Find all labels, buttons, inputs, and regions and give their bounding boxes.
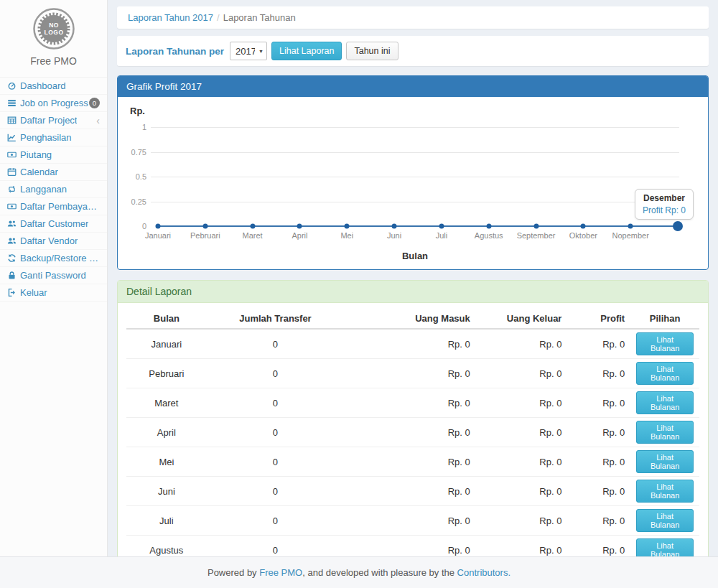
table-row: Juli0Rp. 0Rp. 0Rp. 0Lihat Bulanan bbox=[126, 506, 699, 536]
cell-pilihan: Lihat Bulanan bbox=[630, 418, 699, 447]
cell-pilihan: Lihat Bulanan bbox=[630, 388, 699, 418]
data-point-nopember bbox=[628, 224, 633, 229]
column-header-jumlah-transfer: Jumlah Transfer bbox=[207, 309, 345, 329]
footer: Powered by Free PMO, and developed with … bbox=[0, 556, 718, 588]
sidebar-item-label: Ganti Password bbox=[20, 269, 86, 281]
sidebar-item-daftar-project[interactable]: Daftar Project‹ bbox=[0, 112, 107, 129]
sidebar-item-ganti-password[interactable]: Ganti Password bbox=[0, 267, 107, 284]
column-header-bulan: Bulan bbox=[126, 309, 207, 329]
chart-panel-title: Grafik Profit 2017 bbox=[118, 76, 708, 97]
breadcrumb-link[interactable]: Laporan Tahun 2017 bbox=[128, 12, 213, 23]
data-point-pebruari bbox=[202, 224, 208, 229]
y-tick-label: 1 bbox=[142, 123, 146, 131]
tooltip-month: Desember bbox=[643, 193, 686, 203]
lihat-bulanan-button[interactable]: Lihat Bulanan bbox=[636, 450, 694, 473]
lihat-bulanan-button[interactable]: Lihat Bulanan bbox=[636, 362, 694, 385]
sidebar-item-job-on-progress[interactable]: Job on Progress0 bbox=[0, 95, 107, 112]
x-tick-label: Juni bbox=[387, 231, 401, 240]
lihat-bulanan-button[interactable]: Lihat Bulanan bbox=[636, 480, 694, 503]
sidebar-item-keluar[interactable]: Keluar bbox=[0, 284, 107, 302]
cell-pilihan: Lihat Bulanan bbox=[630, 329, 699, 359]
logo-text-line2: LOGO bbox=[44, 29, 63, 36]
table-row: Pebruari0Rp. 0Rp. 0Rp. 0Lihat Bulanan bbox=[126, 359, 699, 388]
cell-uang-keluar: Rp. 0 bbox=[476, 359, 568, 388]
data-point-september bbox=[533, 224, 538, 229]
sidebar-item-backup-restore-db[interactable]: Backup/Restore DB bbox=[0, 250, 107, 267]
sidebar-item-label: Daftar Vendor bbox=[20, 235, 78, 247]
detail-panel-title: Detail Laporan bbox=[118, 281, 708, 303]
data-point-maret bbox=[250, 224, 255, 229]
cell-uang-keluar: Rp. 0 bbox=[476, 506, 568, 536]
data-point-juni bbox=[392, 224, 397, 229]
cell-jumlah-transfer: 0 bbox=[207, 329, 345, 359]
table-row: April0Rp. 0Rp. 0Rp. 0Lihat Bulanan bbox=[126, 418, 699, 447]
footer-prefix: Powered by bbox=[208, 567, 257, 578]
lihat-laporan-button[interactable]: Lihat Laporan bbox=[271, 42, 342, 60]
profit-chart: Rp. 00.250.50.751JanuariPebruariMaretApr… bbox=[118, 97, 708, 269]
lihat-bulanan-button[interactable]: Lihat Bulanan bbox=[636, 332, 694, 355]
year-select[interactable]: 2017 bbox=[230, 42, 267, 60]
filter-label: Laporan Tahunan per bbox=[126, 46, 224, 57]
chart-tooltip: Desember Profit Rp: 0 bbox=[635, 189, 694, 220]
sidebar-item-calendar[interactable]: Calendar bbox=[0, 164, 107, 181]
cell-bulan: Mei bbox=[126, 447, 207, 477]
chevron-left-icon: ‹ bbox=[96, 116, 100, 126]
x-tick-label: Oktober bbox=[569, 231, 597, 240]
sidebar-item-label: Daftar Project bbox=[20, 114, 77, 126]
cell-pilihan: Lihat Bulanan bbox=[630, 447, 699, 477]
breadcrumb-separator: / bbox=[213, 12, 223, 23]
brand-name: Free PMO bbox=[0, 55, 107, 67]
free-pmo-link[interactable]: Free PMO bbox=[259, 567, 302, 578]
no-logo-badge: NO LOGO bbox=[32, 7, 75, 50]
footer-text: Powered by Free PMO, and developed with … bbox=[208, 567, 510, 578]
cell-bulan: Pebruari bbox=[126, 359, 207, 388]
chart-plot: 00.250.50.751JanuariPebruariMaretAprilMe… bbox=[151, 127, 679, 226]
cell-jumlah-transfer: 0 bbox=[207, 418, 345, 447]
cell-uang-masuk: Rp. 0 bbox=[344, 447, 476, 477]
sidebar-item-dashboard[interactable]: Dashboard bbox=[0, 78, 107, 95]
x-tick-label: September bbox=[517, 231, 556, 240]
column-header-pilihan: Pilihan bbox=[630, 309, 699, 329]
table-row: Mei0Rp. 0Rp. 0Rp. 0Lihat Bulanan bbox=[126, 447, 699, 477]
cell-pilihan: Lihat Bulanan bbox=[630, 477, 699, 506]
cell-profit: Rp. 0 bbox=[567, 447, 630, 477]
contributors-link[interactable]: Contributors. bbox=[457, 567, 510, 578]
sidebar-item-daftar-pembayaran[interactable]: Daftar Pembayaran bbox=[0, 198, 107, 215]
x-tick-label: April bbox=[292, 231, 307, 240]
cell-uang-masuk: Rp. 0 bbox=[344, 477, 476, 506]
refresh-icon bbox=[7, 253, 20, 263]
y-tick-label: 0.25 bbox=[131, 197, 146, 206]
lihat-bulanan-button[interactable]: Lihat Bulanan bbox=[636, 421, 694, 444]
data-point-juli bbox=[439, 224, 444, 229]
sidebar-item-daftar-vendor[interactable]: Daftar Vendor bbox=[0, 233, 107, 250]
content-area: Laporan Tahun 2017/Laporan Tahunan Lapor… bbox=[108, 0, 718, 556]
column-header-uang-masuk: Uang Masuk bbox=[344, 309, 476, 329]
tahun-ini-button[interactable]: Tahun ini bbox=[346, 42, 398, 60]
lihat-bulanan-button[interactable]: Lihat Bulanan bbox=[636, 509, 694, 532]
line-chart-icon bbox=[7, 133, 20, 142]
tasks-icon bbox=[7, 98, 20, 108]
detail-panel-body: Bulan Jumlah Transfer Uang Masuk Uang Ke… bbox=[118, 303, 708, 588]
tooltip-value: Profit Rp: 0 bbox=[643, 205, 686, 215]
x-axis-title: Bulan bbox=[151, 251, 679, 261]
sidebar-item-langganan[interactable]: Langganan bbox=[0, 181, 107, 198]
retweet-icon bbox=[7, 185, 20, 194]
sidebar-item-penghasilan[interactable]: Penghasilan bbox=[0, 129, 107, 146]
cell-profit: Rp. 0 bbox=[567, 506, 630, 536]
cell-pilihan: Lihat Bulanan bbox=[630, 359, 699, 388]
cell-uang-keluar: Rp. 0 bbox=[476, 418, 568, 447]
table-row: Juni0Rp. 0Rp. 0Rp. 0Lihat Bulanan bbox=[126, 477, 699, 506]
sidebar: NO LOGO Free PMO DashboardJob on Progres… bbox=[0, 0, 108, 556]
sidebar-item-label: Backup/Restore DB bbox=[20, 252, 100, 264]
x-tick-label: Juli bbox=[436, 231, 448, 240]
y-axis-title: Rp. bbox=[130, 106, 145, 116]
sign-out-icon bbox=[7, 288, 20, 297]
logo-text-line1: NO bbox=[49, 22, 59, 29]
lihat-bulanan-button[interactable]: Lihat Bulanan bbox=[636, 391, 694, 414]
cell-profit: Rp. 0 bbox=[567, 329, 630, 359]
brand-area: NO LOGO Free PMO bbox=[0, 0, 107, 73]
year-select-wrap: 2017 bbox=[230, 42, 267, 60]
lock-icon bbox=[7, 271, 20, 280]
sidebar-item-piutang[interactable]: Piutang bbox=[0, 146, 107, 164]
sidebar-item-daftar-customer[interactable]: Daftar Customer bbox=[0, 215, 107, 233]
